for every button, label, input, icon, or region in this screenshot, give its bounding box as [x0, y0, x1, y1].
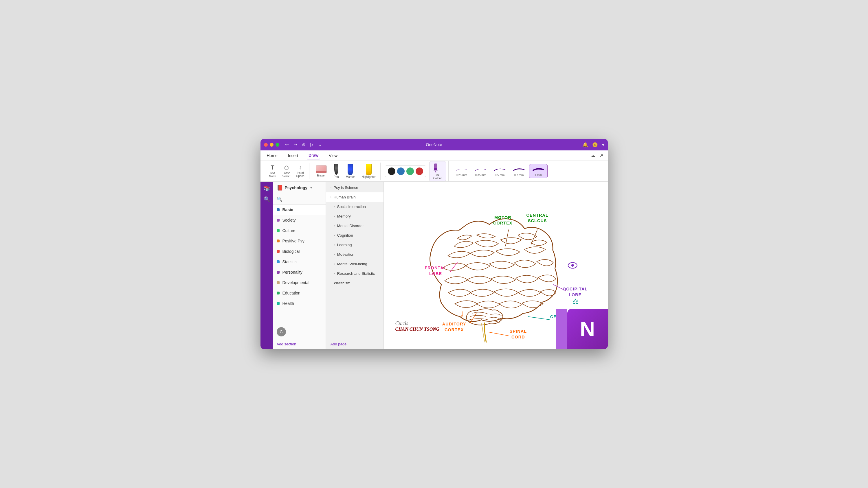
emoji-icon[interactable]: 🙂 — [592, 142, 598, 148]
page-item-learning[interactable]: › Learning — [326, 240, 383, 250]
page-item-memory[interactable]: › Memory — [326, 212, 383, 221]
chevron-icon-research: › — [334, 272, 335, 275]
section-item-positive-psy[interactable]: Positive Psy — [273, 236, 326, 246]
page-item-human-brain[interactable]: › Human Brain — [326, 192, 383, 202]
menu-draw[interactable]: Draw — [307, 152, 320, 159]
more-button[interactable]: ⌄ — [317, 141, 323, 148]
stroke-1mm-button[interactable]: 1 mm — [529, 164, 548, 178]
insert-space-button[interactable]: ↕ Insert Space — [294, 163, 307, 179]
section-item-personality[interactable]: Personality — [273, 267, 326, 278]
notebook-icon[interactable]: 📚 — [264, 185, 270, 192]
page-item-motivation[interactable]: › Motivation — [326, 250, 383, 259]
color-black-swatch[interactable] — [388, 167, 395, 175]
close-button[interactable] — [264, 143, 268, 147]
page-label-human-brain: Human Brain — [334, 195, 356, 199]
section-item-basic[interactable]: Basic — [273, 204, 326, 215]
menu-insert[interactable]: Insert — [286, 152, 300, 159]
page-label-eclecticism: Eclecticism — [331, 281, 350, 285]
section-label-culture: Culture — [282, 228, 296, 233]
pen-button[interactable]: Pen — [332, 163, 341, 180]
section-item-health[interactable]: Health — [273, 298, 326, 308]
page-label-social-interaction: Social interaction — [337, 204, 366, 209]
section-item-society[interactable]: Society — [273, 215, 326, 225]
narrow-sidebar: 📚 🔍 — [260, 182, 273, 349]
minimize-button[interactable] — [270, 143, 274, 147]
spinal-cord-label: SPINAL — [509, 329, 526, 333]
app-window: ↩ ↪ ⊕ ▷ ⌄ OneNote 🔔 🙂 ▾ Home Insert Draw… — [260, 139, 608, 349]
section-label-personality: Personality — [282, 270, 303, 274]
search-icon[interactable]: 🔍 — [277, 197, 282, 202]
section-item-biological[interactable]: Biological — [273, 246, 326, 257]
search-sidebar-icon[interactable]: 🔍 — [264, 196, 270, 202]
chevron-icon-social: › — [334, 205, 335, 208]
section-item-statistic[interactable]: Statistic — [273, 257, 326, 267]
text-mode-button[interactable]: T Text Mode — [266, 163, 279, 179]
section-dot-education — [277, 292, 280, 294]
signature-full-name: CHAN CHUN TSONG — [395, 327, 440, 332]
chevron-icon-wellbeing: › — [334, 262, 335, 265]
stroke-0.25mm-button[interactable]: 0.25 mm — [453, 164, 471, 178]
page-item-cognition[interactable]: › Cognition — [326, 231, 383, 240]
color-green-swatch[interactable] — [406, 167, 414, 175]
section-dot-health — [277, 302, 280, 305]
section-item-education[interactable]: Education — [273, 288, 326, 298]
signature-name: Curtis — [395, 321, 440, 327]
color-red-swatch[interactable] — [415, 167, 423, 175]
search-row[interactable]: 🔍 — [273, 194, 326, 204]
section-item-culture[interactable]: Culture — [273, 225, 326, 236]
stroke-0.5mm-button[interactable]: 0.5 mm — [491, 164, 509, 178]
canvas-area[interactable]: ♩ ⚖ MOTOR CORTEX CENTRAL SCLCUS FRONTAL … — [384, 182, 608, 349]
next-button[interactable]: ▷ — [309, 141, 315, 148]
page-item-mental-wellbeing[interactable]: › Mental Well-being — [326, 259, 383, 269]
color-blue-swatch[interactable] — [397, 167, 405, 175]
back-button[interactable]: ↩ — [284, 141, 290, 148]
section-dot-basic — [277, 208, 280, 211]
page-item-eclecticism[interactable]: Eclecticism — [326, 278, 383, 288]
cloud-icon[interactable]: ☁ — [591, 153, 595, 158]
stroke-0.7mm-button[interactable]: 0.7 mm — [510, 164, 528, 178]
section-dot-personality — [277, 271, 280, 274]
text-tools-group: T Text Mode ⬡ Lasso Select ↕ Insert Spac… — [264, 163, 309, 179]
pen-label: Pen — [334, 175, 339, 178]
stroke-0.5mm-label: 0.5 mm — [495, 173, 504, 177]
section-label-biological: Biological — [282, 249, 300, 254]
eraser-label: Eraser — [317, 174, 325, 177]
home-button[interactable]: ⊕ — [301, 141, 307, 148]
traffic-lights — [264, 143, 279, 147]
onenote-side-strip — [556, 308, 567, 349]
share-icon[interactable]: ↗ — [599, 153, 603, 158]
drawing-tools-group: Eraser Pen Marker Highlighter — [311, 163, 381, 180]
highlighter-button[interactable]: Highlighter — [360, 163, 378, 180]
page-item-psy-is-science[interactable]: › Psy is Science — [326, 183, 383, 192]
menu-view[interactable]: View — [327, 152, 339, 159]
page-item-research-statistic[interactable]: › Research and Statistic — [326, 269, 383, 278]
nav-controls: ↩ ↪ ⊕ ▷ ⌄ — [284, 141, 323, 148]
section-dot-statistic — [277, 260, 280, 263]
eraser-button[interactable]: Eraser — [313, 164, 329, 178]
user-avatar[interactable]: C — [277, 327, 286, 336]
title-bar-right: 🔔 🙂 ▾ — [582, 142, 604, 148]
notebook-name: Psychology — [285, 186, 308, 190]
svg-line-9 — [528, 317, 550, 320]
section-item-developmental[interactable]: Developmental — [273, 278, 326, 288]
onenote-icon-bg: N — [567, 308, 608, 349]
page-label-memory: Memory — [337, 214, 351, 218]
chevron-icon[interactable]: ▾ — [602, 142, 604, 148]
page-item-social-interaction[interactable]: › Social interaction — [326, 202, 383, 212]
notification-icon[interactable]: 🔔 — [582, 142, 588, 148]
maximize-button[interactable] — [276, 143, 279, 147]
pages-sidebar: › Psy is Science › Human Brain › Social … — [326, 182, 384, 349]
marker-button[interactable]: Marker — [344, 163, 357, 180]
lasso-select-button[interactable]: ⬡ Lasso Select — [280, 163, 293, 179]
stroke-buttons: 0.25 mm 0.35 mm 0.5 mm 0.7 mm 1 mm — [453, 164, 548, 178]
frontal-lobe-label: FRONTAL — [425, 265, 446, 270]
ink-colour-button[interactable]: Ink Colour — [429, 161, 446, 182]
notebook-header[interactable]: 📕 Psychology ▾ — [273, 182, 326, 194]
lasso-icon: ⬡ — [284, 165, 289, 171]
add-section-button[interactable]: Add section — [273, 339, 326, 349]
menu-home[interactable]: Home — [265, 152, 279, 159]
page-item-mental-disorder[interactable]: › Mental Disorder — [326, 221, 383, 231]
stroke-0.35mm-button[interactable]: 0.35 mm — [472, 164, 490, 178]
add-page-button[interactable]: Add page — [326, 339, 383, 349]
forward-button[interactable]: ↪ — [292, 141, 299, 148]
